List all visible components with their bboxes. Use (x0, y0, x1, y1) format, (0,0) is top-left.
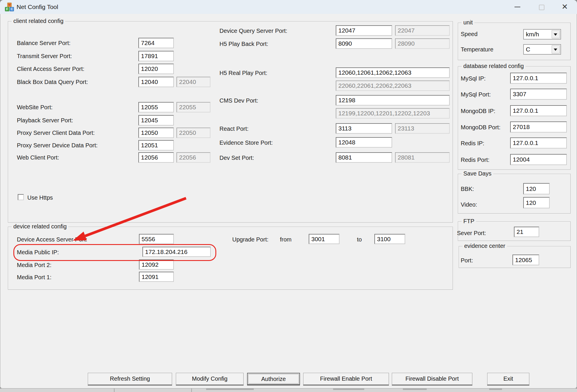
window-title: Net Config Tool (17, 0, 58, 14)
temperature-unit-select[interactable]: C (523, 44, 561, 55)
input-mongodb-port[interactable] (510, 121, 567, 133)
maximize-button[interactable] (533, 0, 551, 14)
input-upgrade-port-to[interactable] (374, 234, 405, 244)
temperature-unit-value: C (526, 45, 530, 53)
group-save-days-legend: Save Days (462, 170, 493, 177)
input-dev-set-port-2 (395, 152, 450, 163)
input-media-public-ip[interactable] (142, 247, 211, 257)
input-web-client-port-2 (176, 152, 210, 163)
label-evidence-store-port: Evidence Store Port: (219, 139, 273, 146)
input-balance-server-port[interactable] (138, 38, 174, 48)
label-transmit-server-port: Transmit Server Port: (17, 53, 72, 60)
label-temperature: Temperature (461, 46, 493, 53)
input-evidence-port[interactable] (512, 255, 539, 265)
input-cms-dev-port-2 (336, 108, 450, 119)
input-proxy-server-client-data-port-2 (176, 128, 210, 138)
input-evidence-store-port[interactable] (336, 137, 392, 148)
input-mysql-port[interactable] (510, 89, 567, 100)
input-transmit-server-port[interactable] (138, 51, 174, 61)
input-redis-ip[interactable] (510, 137, 567, 148)
label-web-client-port: Web Client Port: (17, 154, 59, 161)
input-react-port[interactable] (336, 123, 392, 134)
speed-dropdown-button[interactable] (552, 30, 560, 38)
label-mongodb-port: MongoDB Port: (461, 124, 501, 131)
icon-block-c: C (10, 7, 14, 11)
input-device-query-server-port-2 (395, 25, 450, 36)
input-mongodb-ip[interactable] (510, 105, 567, 116)
label-balance-server-port: Balance Server Port: (17, 40, 71, 46)
minimize-icon (515, 7, 520, 7)
group-evidence-legend: evidence center (462, 243, 507, 249)
exit-button[interactable]: Exit (487, 373, 529, 385)
use-https-checkbox[interactable] (18, 194, 24, 200)
modify-config-button[interactable]: Modify Config (176, 373, 244, 385)
background-window-strip (0, 389, 577, 392)
firewall-disable-port-button[interactable]: Firewall Disable Port (392, 373, 472, 385)
refresh-setting-button[interactable]: Refresh Setting (88, 373, 172, 385)
label-bbk: BBK: (461, 185, 474, 192)
input-website-port[interactable] (138, 102, 174, 112)
screen: M F C Net Config Tool ✕ client related c… (0, 0, 577, 392)
background-divider (191, 389, 192, 392)
input-web-client-port[interactable] (138, 152, 174, 163)
background-text-fragment (333, 389, 364, 390)
input-playback-server-port[interactable] (138, 115, 174, 126)
input-video-days[interactable] (523, 197, 550, 208)
label-black-box-data-query-port: Black Box Data Query Port: (17, 78, 88, 85)
group-ftp-legend: FTP (462, 218, 476, 225)
input-proxy-server-client-data-port[interactable] (138, 128, 174, 138)
label-redis-ip: Redis IP: (461, 140, 484, 147)
input-h5-real-play-port-2 (336, 80, 450, 91)
label-react-port: React Port: (219, 125, 249, 132)
input-upgrade-port-from[interactable] (309, 234, 340, 244)
authorize-button[interactable]: Authorize (247, 373, 300, 385)
chevron-down-icon (554, 49, 557, 51)
label-media-port-2: Media Port 2: (17, 262, 51, 269)
input-h5-real-play-port[interactable] (336, 67, 450, 78)
label-video: Video: (461, 201, 477, 208)
chevron-down-icon (554, 33, 557, 36)
label-client-access-server-port: Client Access Server Port: (17, 65, 84, 72)
input-ftp-server-port[interactable] (514, 227, 539, 237)
input-h5-play-back-port[interactable] (336, 38, 392, 49)
temperature-dropdown-button[interactable] (552, 45, 560, 53)
label-upgrade-to: to (357, 236, 362, 243)
label-h5-real-play-port: H5 Real Play Port: (219, 69, 267, 76)
input-cms-dev-port[interactable] (336, 95, 450, 105)
speed-unit-select[interactable]: km/h (523, 29, 561, 40)
label-website-port: WebSite Port: (17, 104, 53, 111)
titlebar: M F C Net Config Tool ✕ (0, 0, 577, 14)
input-device-access-server-port[interactable] (139, 234, 174, 244)
input-proxy-server-device-data-port[interactable] (138, 140, 174, 151)
input-black-box-data-query-port[interactable] (138, 77, 174, 87)
minimize-button[interactable] (509, 0, 527, 14)
group-device-legend: device related config (12, 223, 68, 230)
input-react-port-2 (395, 123, 450, 134)
input-bbk-days[interactable] (523, 183, 550, 194)
input-media-port-1[interactable] (139, 272, 174, 282)
background-text-fragment (489, 389, 502, 390)
label-proxy-server-device-data-port: Proxy Server Device Data Port: (17, 142, 98, 149)
input-device-query-server-port[interactable] (336, 25, 392, 36)
input-redis-port[interactable] (510, 154, 567, 165)
label-device-query-server-port: Device Query Server Port: (219, 27, 287, 34)
close-button[interactable]: ✕ (556, 0, 574, 14)
group-client-related-config: client related config (8, 21, 453, 223)
label-h5-play-back-port: H5 Play Back Port: (219, 40, 268, 47)
input-client-access-server-port[interactable] (138, 64, 174, 74)
icon-block-m: M (7, 3, 12, 7)
label-evidence-port: Port: (461, 257, 473, 264)
input-dev-set-port[interactable] (336, 152, 392, 163)
input-black-box-data-query-port-2 (176, 77, 210, 87)
firewall-enable-port-button[interactable]: Firewall Enable Port (303, 373, 389, 385)
icon-block-f: F (5, 7, 9, 11)
label-playback-server-port: Playback Server Port: (17, 117, 73, 124)
background-divider (114, 389, 115, 392)
input-mysql-ip[interactable] (510, 73, 567, 84)
input-media-port-2[interactable] (139, 259, 174, 270)
background-text-fragment (206, 389, 254, 390)
label-media-port-1: Media Port 1: (17, 274, 51, 281)
label-upgrade-port: Upgrade Port: (232, 236, 269, 243)
background-text-fragment (403, 389, 427, 390)
label-mysql-ip: MySql IP: (461, 75, 486, 82)
